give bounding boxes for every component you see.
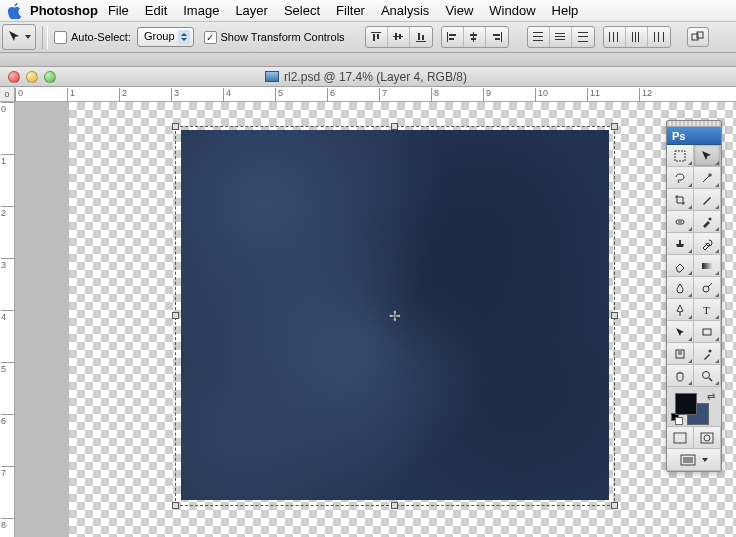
ruler-v-tick: 7 [1, 466, 15, 478]
magic-wand-tool[interactable] [694, 167, 721, 189]
ruler-horizontal[interactable]: 0123456789101112 [15, 87, 736, 102]
auto-select-target-select[interactable]: Group [137, 27, 194, 47]
ruler-h-tick: 10 [535, 88, 548, 102]
svg-rect-33 [654, 32, 655, 42]
gradient-tool[interactable] [694, 255, 721, 277]
svg-rect-18 [533, 32, 543, 33]
menu-layer[interactable]: Layer [235, 3, 268, 18]
lasso-tool[interactable] [667, 167, 694, 189]
align-hcenter-button[interactable] [464, 27, 486, 47]
zoom-window-button[interactable] [44, 71, 56, 83]
crop-tool[interactable] [667, 189, 694, 211]
foreground-color-swatch[interactable] [675, 393, 697, 415]
transform-handle-bc[interactable] [391, 502, 398, 509]
menu-filter[interactable]: Filter [336, 3, 365, 18]
separator [42, 26, 48, 49]
notes-tool[interactable] [667, 343, 694, 365]
apple-menu[interactable] [6, 2, 24, 20]
transform-handle-tc[interactable] [391, 123, 398, 130]
svg-rect-42 [679, 240, 681, 244]
svg-rect-43 [702, 263, 712, 269]
clone-stamp-tool[interactable] [667, 233, 694, 255]
eyedropper-tool[interactable] [694, 343, 721, 365]
screen-mode-button[interactable] [667, 449, 721, 471]
history-brush-tool[interactable] [694, 233, 721, 255]
transform-handle-ml[interactable] [172, 312, 179, 319]
canvas-area[interactable]: ✢ [15, 102, 736, 537]
menu-image[interactable]: Image [183, 3, 219, 18]
dist-left-button[interactable] [604, 27, 626, 47]
auto-align-button[interactable] [687, 27, 709, 47]
document-titlebar: rl2.psd @ 17.4% (Layer 4, RGB/8) [0, 67, 736, 87]
align-horizontal-group [441, 26, 509, 48]
svg-rect-16 [493, 34, 500, 36]
ruler-h-tick: 7 [379, 88, 387, 102]
menu-edit[interactable]: Edit [145, 3, 167, 18]
transform-bounding-box[interactable]: ✢ [175, 126, 615, 506]
eraser-tool[interactable] [667, 255, 694, 277]
align-left-button[interactable] [442, 27, 464, 47]
ruler-vertical[interactable]: 012345678 [0, 102, 15, 537]
dist-vcenter-button[interactable] [550, 27, 572, 47]
align-bottom-button[interactable] [410, 27, 432, 47]
blur-tool[interactable] [667, 277, 694, 299]
svg-rect-32 [638, 32, 639, 42]
transform-handle-bl[interactable] [172, 502, 179, 509]
tools-panel-header[interactable]: Ps [667, 127, 721, 145]
align-top-button[interactable] [366, 27, 388, 47]
menu-view[interactable]: View [445, 3, 473, 18]
svg-rect-14 [471, 38, 476, 40]
dist-hcenter-button[interactable] [626, 27, 648, 47]
svg-line-45 [708, 283, 712, 287]
transform-handle-tr[interactable] [611, 123, 618, 130]
menu-file[interactable]: File [108, 3, 129, 18]
close-window-button[interactable] [8, 71, 20, 83]
menu-select[interactable]: Select [284, 3, 320, 18]
transform-handle-br[interactable] [611, 502, 618, 509]
menu-analysis[interactable]: Analysis [381, 3, 429, 18]
dist-top-button[interactable] [528, 27, 550, 47]
hand-tool[interactable] [667, 365, 694, 387]
ruler-origin[interactable]: 0 [0, 87, 15, 102]
transform-handle-tl[interactable] [172, 123, 179, 130]
app-name[interactable]: Photoshop [30, 3, 98, 18]
rectangle-tool[interactable] [694, 321, 721, 343]
dist-right-button[interactable] [648, 27, 670, 47]
current-tool-indicator[interactable] [2, 24, 36, 50]
window-controls [8, 71, 56, 83]
svg-rect-6 [416, 41, 426, 42]
swap-colors-icon[interactable]: ⇄ [707, 391, 715, 402]
svg-rect-23 [555, 39, 565, 40]
svg-point-41 [709, 217, 712, 220]
type-tool[interactable]: T [694, 299, 721, 321]
dist-bottom-button[interactable] [572, 27, 594, 47]
ruler-h-tick: 3 [171, 88, 179, 102]
standard-mode-button[interactable] [667, 427, 694, 449]
svg-rect-35 [663, 32, 664, 42]
auto-select-label: Auto-Select: [71, 31, 131, 43]
menu-help[interactable]: Help [552, 3, 579, 18]
document-title: rl2.psd @ 17.4% (Layer 4, RGB/8) [265, 70, 467, 84]
healing-brush-tool[interactable] [667, 211, 694, 233]
slice-tool[interactable] [694, 189, 721, 211]
dodge-tool[interactable] [694, 277, 721, 299]
tools-panel[interactable]: Ps T ⇄ [666, 120, 722, 472]
ruler-h-tick: 1 [67, 88, 75, 102]
path-select-tool[interactable] [667, 321, 694, 343]
pen-tool[interactable] [667, 299, 694, 321]
menu-window[interactable]: Window [489, 3, 535, 18]
quick-mask-button[interactable] [694, 427, 721, 449]
align-vcenter-button[interactable] [388, 27, 410, 47]
minimize-window-button[interactable] [26, 71, 38, 83]
auto-select-checkbox[interactable] [54, 31, 67, 44]
show-transform-checkbox[interactable] [204, 31, 217, 44]
transform-center-icon[interactable]: ✢ [389, 310, 401, 322]
brush-tool[interactable] [694, 211, 721, 233]
align-right-button[interactable] [486, 27, 508, 47]
svg-rect-29 [617, 32, 618, 42]
transform-handle-mr[interactable] [611, 312, 618, 319]
zoom-tool[interactable] [694, 365, 721, 387]
svg-rect-4 [395, 33, 397, 40]
move-tool[interactable] [694, 145, 721, 167]
marquee-tool[interactable] [667, 145, 694, 167]
